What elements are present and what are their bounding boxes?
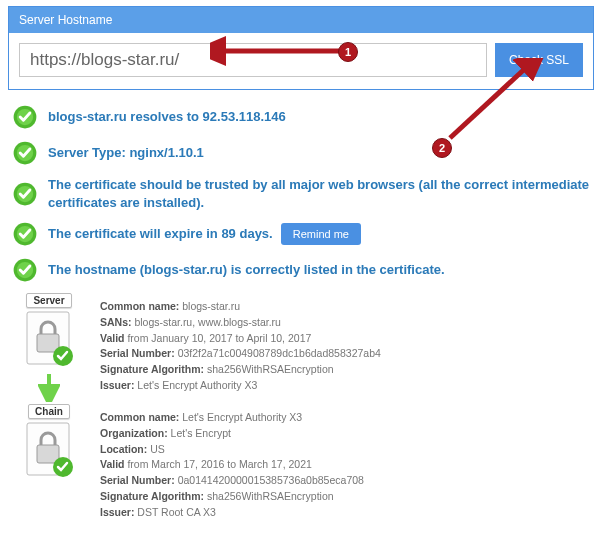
chain-cert-section: Chain Common name: Let's Encrypt Authori… bbox=[0, 404, 602, 520]
chain-label: Chain bbox=[28, 404, 70, 419]
lock-cert-icon bbox=[21, 419, 77, 481]
result-row: blogs-star.ru resolves to 92.53.118.146 bbox=[12, 104, 590, 130]
lock-cert-icon bbox=[21, 308, 77, 370]
result-text: The hostname (blogs-star.ru) is correctl… bbox=[48, 261, 445, 279]
check-ssl-button[interactable]: Check SSL bbox=[495, 43, 583, 77]
remind-me-button[interactable]: Remind me bbox=[281, 223, 361, 245]
check-icon bbox=[12, 140, 38, 166]
result-row: The hostname (blogs-star.ru) is correctl… bbox=[12, 257, 590, 283]
server-label: Server bbox=[26, 293, 71, 308]
result-text: The certificate will expire in 89 days.R… bbox=[48, 223, 361, 245]
check-icon bbox=[12, 181, 38, 207]
chain-arrow-icon bbox=[38, 372, 60, 402]
check-icon bbox=[12, 104, 38, 130]
hostname-panel: Server Hostname Check SSL bbox=[8, 6, 594, 90]
hostname-input[interactable] bbox=[19, 43, 487, 77]
result-text: blogs-star.ru resolves to 92.53.118.146 bbox=[48, 108, 286, 126]
server-cert-section: Server Common name: blogs-star.ru SANs: … bbox=[0, 293, 602, 402]
result-text: Server Type: nginx/1.10.1 bbox=[48, 144, 204, 162]
server-cert-details: Common name: blogs-star.ru SANs: blogs-s… bbox=[100, 293, 381, 402]
panel-body: Check SSL bbox=[9, 33, 593, 89]
check-icon bbox=[12, 257, 38, 283]
chain-cert-details: Common name: Let's Encrypt Authority X3 … bbox=[100, 404, 364, 520]
results-list: blogs-star.ru resolves to 92.53.118.146 … bbox=[0, 90, 602, 283]
result-row: Server Type: nginx/1.10.1 bbox=[12, 140, 590, 166]
panel-title: Server Hostname bbox=[9, 7, 593, 33]
result-row: The certificate should be trusted by all… bbox=[12, 176, 590, 211]
result-row: The certificate will expire in 89 days.R… bbox=[12, 221, 590, 247]
check-icon bbox=[12, 221, 38, 247]
cert-icon-column: Server bbox=[12, 293, 86, 402]
cert-icon-column: Chain bbox=[12, 404, 86, 520]
result-text: The certificate should be trusted by all… bbox=[48, 176, 590, 211]
